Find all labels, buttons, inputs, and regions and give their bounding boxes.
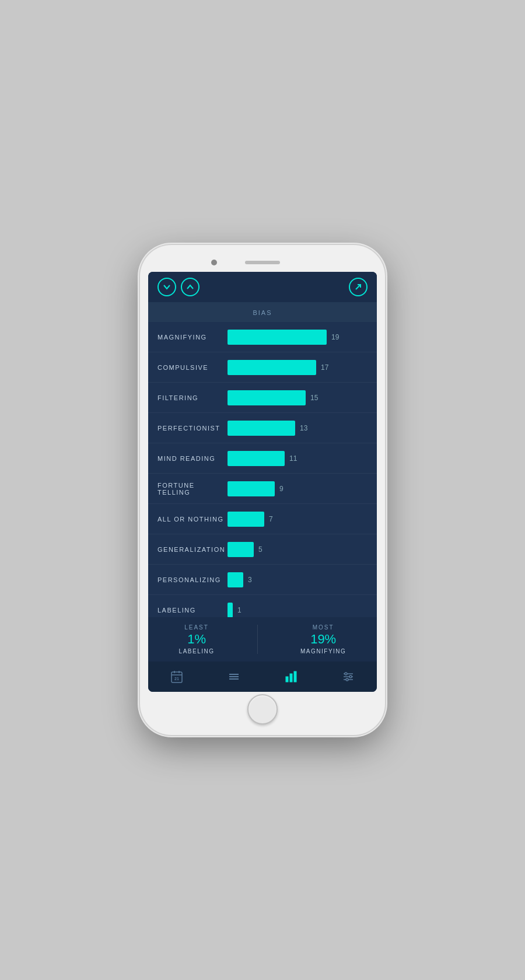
svg-rect-11 [294,671,296,682]
chart-value: 13 [300,424,307,432]
chart-bar-container: 19 [228,330,368,345]
chart-label: PERFECTIONIST [158,425,228,432]
chart-value: 5 [258,545,262,554]
nav-down-button[interactable] [158,278,176,296]
most-stat: MOST 19% MAGNIFYING [300,624,346,654]
chart-label: ALL OR NOTHING [158,516,228,523]
chart-bar [228,603,233,618]
chart-label: GENERALIZATION [158,546,228,553]
most-label: MOST [300,624,346,631]
chart-label: FILTERING [158,394,228,401]
chart-label: FORTUNE TELLING [158,482,228,496]
phone-bottom [247,692,278,727]
chart-bar-container: 7 [228,512,368,527]
chart-bar [228,330,327,345]
chart-bar-container: 17 [228,360,368,375]
front-camera [211,260,217,265]
svg-point-16 [349,676,352,678]
phone-screen: BIAS MAGNIFYING 19 COMPULSIVE 17 FILTERI… [148,272,377,692]
chart-label: MAGNIFYING [158,334,228,341]
chart-value: 1 [237,606,242,614]
chart-bar [228,481,275,496]
least-name: LABELING [179,648,215,654]
svg-text:21: 21 [174,677,179,681]
section-header: BIAS [148,302,377,322]
chart-bar-container: 5 [228,542,368,557]
phone-frame: BIAS MAGNIFYING 19 COMPULSIVE 17 FILTERI… [140,245,385,735]
chart-row[interactable]: ALL OR NOTHING 7 [148,504,377,534]
chart-value: 7 [269,515,273,523]
chart-value: 17 [321,363,328,372]
chart-bar [228,360,316,375]
tab-calendar[interactable]: 21 [160,667,193,686]
chart-label: COMPULSIVE [158,364,228,371]
chart-bar-container: 11 [228,451,368,466]
svg-point-15 [345,673,347,675]
chart-row[interactable]: MAGNIFYING 19 [148,322,377,352]
chart-bar [228,421,295,436]
chart-value: 15 [310,394,318,402]
chart-row[interactable]: COMPULSIVE 17 [148,352,377,383]
chart-bar [228,390,306,405]
chart-value: 19 [331,333,339,341]
tab-bar: 21 [148,662,377,692]
tab-list[interactable] [218,667,250,686]
chart-value: 3 [248,576,252,584]
tab-chart[interactable] [275,667,307,686]
nav-up-button[interactable] [181,278,200,296]
chart-row[interactable]: PERFECTIONIST 13 [148,413,377,443]
least-pct: 1% [179,632,215,647]
home-button[interactable] [247,694,278,724]
chart-row[interactable]: FORTUNE TELLING 9 [148,474,377,504]
chart-value: 11 [289,454,297,463]
chart-row[interactable]: LABELING 1 [148,595,377,617]
least-label: LEAST [179,624,215,631]
chart-bar [228,512,264,527]
chart-value: 9 [279,485,284,493]
chart-row[interactable]: GENERALIZATION 5 [148,534,377,565]
svg-line-0 [356,285,360,289]
nav-share-button[interactable] [349,278,368,296]
chart-label: MIND READING [158,455,228,462]
chart-label: PERSONALIZING [158,576,228,583]
chart-row[interactable]: MIND READING 11 [148,443,377,474]
phone-top [148,253,377,272]
chart-bar-container: 3 [228,572,368,587]
svg-rect-9 [286,677,288,682]
speaker [245,261,280,264]
least-stat: LEAST 1% LABELING [179,624,215,654]
section-title: BIAS [253,309,272,316]
chart-row[interactable]: PERSONALIZING 3 [148,565,377,595]
chart-bar-container: 13 [228,421,368,436]
nav-bar [148,272,377,302]
chart-bar [228,572,243,587]
tab-settings[interactable] [332,667,365,686]
most-pct: 19% [300,632,346,647]
footer-stats: LEAST 1% LABELING MOST 19% MAGNIFYING [148,617,377,662]
svg-point-17 [346,678,348,681]
chart-bar [228,542,254,557]
svg-rect-10 [290,674,292,682]
chart-row[interactable]: FILTERING 15 [148,383,377,413]
stat-divider [257,625,258,654]
nav-left-buttons [158,278,200,296]
chart-area: MAGNIFYING 19 COMPULSIVE 17 FILTERING 15… [148,322,377,617]
chart-bar-container: 15 [228,390,368,405]
chart-bar [228,451,285,466]
chart-bar-container: 9 [228,481,368,496]
most-name: MAGNIFYING [300,648,346,654]
chart-bar-container: 1 [228,603,368,618]
chart-label: LABELING [158,607,228,614]
